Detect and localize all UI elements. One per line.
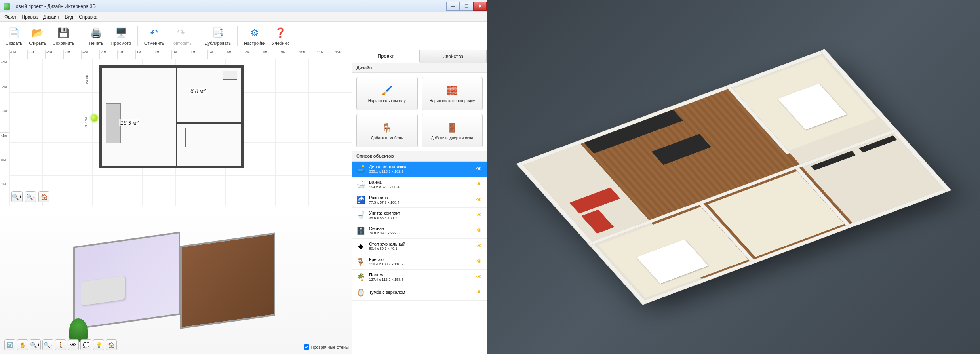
menu-design[interactable]: Дизайн (43, 14, 59, 20)
view-button[interactable]: 🖥️ Просмотр (109, 24, 133, 48)
redo-button[interactable]: ↷ Повторить (168, 24, 194, 48)
print-button[interactable]: 🖨️ Печать (85, 24, 107, 48)
selection-handle[interactable] (91, 114, 98, 122)
render-house-model (516, 49, 951, 305)
object-text: Ванна154.2 x 67.5 x 50.4 (369, 180, 473, 189)
tab-properties[interactable]: Свойства (420, 50, 487, 63)
object-list-item[interactable]: 🪑Кресло118.4 x 103.2 x 110.2👁 (352, 254, 487, 270)
object-thumb-icon: 🗄️ (356, 226, 366, 236)
visibility-eye-icon[interactable]: 👁 (476, 274, 483, 281)
zoom-in-button[interactable]: 🔍+ (11, 191, 23, 202)
object-list-item[interactable]: 🛁Ванна154.2 x 67.5 x 50.4👁 (352, 177, 487, 192)
side-tabs: Проект Свойства (352, 50, 487, 63)
paintbrush-icon: 🖌️ (381, 84, 393, 97)
zoom-out-button[interactable]: 🔍- (25, 191, 36, 202)
pan-button[interactable]: ✋ (17, 339, 28, 350)
visibility-eye-icon[interactable]: 👁 (476, 258, 483, 265)
plan-bathtub[interactable] (223, 71, 237, 80)
door-icon: 🚪 (446, 122, 459, 134)
tutorial-button[interactable]: ❓ Учебник (269, 24, 291, 48)
duplicate-button[interactable]: 📑 Дублировать (202, 24, 233, 48)
object-list-item[interactable]: 🛋️Диван еврокнижка235.1 x 113.1 x 102.2👁 (352, 162, 487, 177)
visibility-eye-icon[interactable]: 👁 (476, 212, 483, 219)
object-list-item[interactable]: 🌴Пальма127.4 x 116.2 x 158.5👁 (352, 270, 487, 285)
room-2-area: 6,8 м² (189, 88, 207, 95)
dimension-label-v: 212 см (84, 117, 88, 128)
save-button[interactable]: 💾 Сохранить (50, 24, 77, 48)
maximize-button[interactable]: ☐ (460, 2, 473, 11)
open-label: Открыть (29, 41, 46, 46)
menu-file[interactable]: Файл (4, 14, 16, 20)
object-text: Унитаз компакт35.6 x 56.5 x 71.2 (369, 211, 473, 220)
undo-button[interactable]: ↶ Отменить (142, 24, 166, 48)
object-text: Стол журнальный80.4 x 80.1 x 40.1 (369, 242, 473, 251)
object-name: Пальма (369, 272, 473, 278)
menu-view[interactable]: Вид (65, 14, 73, 20)
plan-2d-canvas[interactable]: -6м-5м-4м -3м-2м-1м 0м1м2м 3м4м5м 6м7м8м… (0, 50, 352, 206)
preview-3d-canvas[interactable]: 🔄 ✋ 🔍+ 🔍- 🚶 👁 💭 💡 🏠 Прозрачные стены (0, 206, 352, 354)
zoom-in-3d-button[interactable]: 🔍+ (30, 339, 41, 350)
objects-list[interactable]: 🛋️Диван еврокнижка235.1 x 113.1 x 102.2👁… (352, 161, 487, 354)
object-list-item[interactable]: 🚰Раковина77.3 x 57.2 x 108.4👁 (352, 192, 487, 208)
render-preview-image (487, 0, 980, 354)
plan-tools: 🔍+ 🔍- 🏠 (11, 191, 49, 202)
toolbar-separator (198, 26, 198, 46)
monitor-icon: 🖥️ (115, 27, 127, 39)
add-doors-button[interactable]: 🚪 Добавить двери и окна (422, 114, 483, 147)
object-dimensions: 79.0 x 39.6 x 222.0 (369, 231, 473, 236)
save-label: Сохранить (53, 41, 74, 46)
light-button[interactable]: 💡 (93, 339, 104, 350)
create-label: Создать (6, 41, 22, 46)
home-button[interactable]: 🏠 (38, 191, 49, 202)
object-list-item[interactable]: ◆Стол журнальный80.4 x 80.1 x 40.1👁 (352, 239, 487, 254)
visibility-eye-icon[interactable]: 👁 (476, 289, 483, 296)
menu-edit[interactable]: Правка (22, 14, 38, 20)
new-file-icon: 📄 (8, 27, 20, 39)
close-button[interactable]: ✕ (473, 2, 487, 11)
draw-room-button[interactable]: 🖌️ Нарисовать комнату (356, 77, 418, 110)
room-1[interactable]: 16,3 м² (99, 65, 179, 168)
folder-open-icon: 📂 (31, 27, 44, 39)
object-dimensions: 77.3 x 57.2 x 108.4 (369, 200, 473, 205)
object-dimensions: 154.2 x 67.5 x 50.4 (369, 185, 473, 189)
transparent-walls-checkbox[interactable]: Прозрачные стены (304, 344, 349, 350)
tab-project[interactable]: Проект (352, 50, 420, 63)
settings-button[interactable]: ⚙ Настройки (242, 24, 268, 48)
draw-partition-button[interactable]: 🧱 Нарисовать перегородку (422, 77, 483, 110)
open-button[interactable]: 📂 Открыть (27, 24, 49, 48)
orbit-button[interactable]: 🔄 (4, 339, 15, 350)
object-list-item[interactable]: 🪞Тумба с зеркалом👁 (352, 285, 487, 301)
visibility-eye-icon[interactable]: 👁 (476, 196, 483, 204)
create-button[interactable]: 📄 Создать (3, 24, 25, 48)
floorplan[interactable]: 16,3 м² 6,8 м² 84 см 212 см (99, 65, 246, 172)
object-name: Раковина (369, 195, 473, 200)
visibility-eye-icon[interactable]: 👁 (476, 227, 483, 234)
plan-door-arc[interactable] (185, 128, 209, 147)
visibility-eye-icon[interactable]: 👁 (476, 166, 483, 173)
object-dimensions: 118.4 x 103.2 x 110.2 (369, 262, 473, 266)
object-list-item[interactable]: 🚽Унитаз компакт35.6 x 56.5 x 71.2👁 (352, 208, 487, 223)
transparent-walls-input[interactable] (304, 344, 309, 350)
menu-help[interactable]: Справка (79, 14, 97, 20)
visibility-eye-icon[interactable]: 👁 (476, 243, 483, 250)
cloud-button[interactable]: 💭 (80, 339, 91, 350)
dimension-label-h: 84 см (85, 74, 89, 84)
room-2[interactable]: 6,8 м² (176, 65, 244, 125)
eye-button[interactable]: 👁 (68, 339, 79, 350)
walk-button[interactable]: 🚶 (55, 339, 66, 350)
preview-room-right (180, 232, 275, 329)
object-list-item[interactable]: 🗄️Сервант79.0 x 39.6 x 222.0👁 (352, 223, 487, 239)
add-doors-label: Добавить двери и окна (431, 136, 473, 140)
object-thumb-icon: 🪞 (356, 287, 366, 298)
add-furniture-button[interactable]: 🪑 Добавить мебель (356, 114, 418, 147)
zoom-out-3d-button[interactable]: 🔍- (42, 339, 53, 350)
visibility-eye-icon[interactable]: 👁 (476, 181, 483, 188)
minimize-button[interactable]: — (446, 2, 460, 11)
preview-tools: 🔄 ✋ 🔍+ 🔍- 🚶 👁 💭 💡 🏠 (4, 339, 117, 350)
room-3[interactable] (176, 122, 244, 168)
room-1-area: 16,3 м² (119, 119, 139, 126)
plan-sofa[interactable] (106, 103, 121, 143)
home-3d-button[interactable]: 🏠 (106, 339, 117, 350)
armchair-icon: 🪑 (381, 122, 393, 134)
object-thumb-icon: ◆ (356, 241, 366, 251)
